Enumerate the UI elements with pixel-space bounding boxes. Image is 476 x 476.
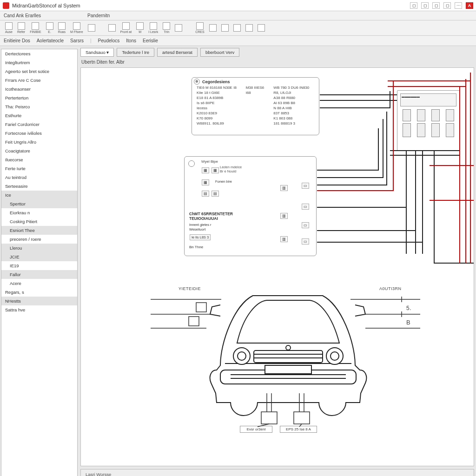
view-tab-1[interactable]: Tederture l Ire — [117, 48, 154, 57]
toolbar-button-17[interactable] — [244, 24, 254, 33]
toolbar-button-0[interactable]: Ause — [4, 22, 14, 34]
subnav: Enitieire DosAolertateocleSarsrs|Peudelo… — [0, 36, 476, 46]
toolbar-icon — [209, 24, 217, 32]
sidebar-item-5[interactable]: Perterterton — [1, 93, 77, 102]
sidebar-item-0[interactable]: Dertectorees — [1, 49, 77, 58]
svg-rect-6 — [196, 303, 206, 312]
toolbar-label: Ause — [5, 30, 13, 33]
toolbar-icon — [163, 22, 170, 30]
toolbar-label: E. — [48, 30, 51, 33]
sidebar-item-21[interactable]: preceren / roere — [1, 235, 77, 244]
sidebar-item-14[interactable]: Au teintrod — [1, 173, 77, 182]
sidebar-item-2[interactable]: Ageerto set bret sotice — [1, 67, 77, 76]
view-tabs: Sandsauo ▾Tederture l Ireartesd Berserat… — [80, 48, 474, 57]
sidebar-item-24[interactable]: IE19 — [1, 261, 77, 270]
toolbar-button-18[interactable] — [256, 24, 266, 33]
toolbar-icon — [196, 22, 204, 30]
toolbar-label: Pront at — [120, 30, 132, 33]
titlebar: MidranGarbStoncof al System ◻ ◻ ◻ ◻ ⋯ A — [0, 0, 476, 11]
svg-point-15 — [238, 352, 246, 360]
subnav-item-3[interactable]: Peudelocs — [98, 38, 120, 43]
toolbar-button-13[interactable]: CRES — [194, 22, 205, 34]
diagram-canvas[interactable]: ✲ Cegordesiens TIE6 M 816168 N30E I8KIie… — [80, 67, 474, 466]
subnav-item-0[interactable]: Enitieire Dos — [4, 38, 30, 43]
window-button-3[interactable]: ◻ — [432, 2, 440, 9]
sidebar-item-26[interactable]: Acere — [1, 279, 77, 288]
menu-item-2[interactable]: Pandernitn — [87, 13, 110, 18]
window-button-1[interactable]: ◻ — [410, 2, 417, 9]
svg-line-29 — [299, 424, 302, 427]
toolbar-button-3[interactable]: E. — [45, 22, 55, 34]
sidebar-item-15[interactable]: Serteeasire — [1, 182, 77, 191]
toolbar-button-9[interactable]: M — [135, 22, 145, 34]
toolbar-button-10[interactable]: I Lesrk — [147, 22, 159, 34]
breadcrumb: Ubertn Diten fer. Albr — [80, 58, 474, 67]
subnav-item-5[interactable]: Eerislie — [143, 38, 158, 43]
toolbar-label: Trin — [164, 30, 169, 33]
sidebar-item-3[interactable]: Frrars Are C Cose — [1, 76, 77, 85]
sidebar-item-13[interactable]: Ferte Iurte — [1, 164, 77, 173]
toolbar-button-16[interactable] — [232, 24, 242, 33]
close-icon[interactable]: A — [466, 2, 473, 9]
svg-rect-24 — [261, 412, 277, 424]
sidebar-item-9[interactable]: Fortecrose ivilioles — [1, 129, 77, 138]
window-button-2[interactable]: ◻ — [421, 2, 429, 9]
toolbar-button-15[interactable] — [220, 24, 230, 33]
sidebar-item-29[interactable]: Sattra hve — [1, 305, 77, 314]
toolbar-button-7[interactable] — [107, 24, 117, 33]
status-text: Lasri Worsse — [86, 472, 111, 476]
window-button-4[interactable]: ◻ — [443, 2, 451, 9]
sidebar-item-19[interactable]: Coskirg Pitiert — [1, 217, 77, 226]
window-button-5[interactable]: ⋯ — [455, 2, 462, 9]
toolbar-label: CRES — [195, 30, 204, 33]
toolbar-icon — [150, 22, 157, 30]
toolbar-button-12[interactable] — [173, 24, 184, 33]
toolbar-icon — [221, 24, 229, 32]
app-logo-icon — [3, 2, 9, 9]
toolbar-button-11[interactable]: Trin — [161, 22, 172, 34]
menu-item-1[interactable]: Cand Ank Erarlles — [4, 13, 41, 18]
toolbar-button-14[interactable] — [208, 24, 218, 33]
sidebar-item-18[interactable]: Eiorkrau n — [1, 208, 77, 217]
toolbar-icon — [88, 24, 95, 32]
sidebar: DertectoreesInteglturtremAgeerto set bre… — [1, 49, 78, 476]
main-area: Sandsauo ▾Tederture l Ireartesd Berserat… — [78, 46, 476, 476]
svg-point-17 — [331, 352, 339, 360]
sidebar-item-23[interactable]: JCIE — [1, 252, 77, 261]
toolbar-button-6[interactable] — [86, 24, 97, 33]
toolbar-label: Roas — [58, 30, 66, 33]
sidebar-item-7[interactable]: Esthurte — [1, 111, 77, 120]
toolbar-label: FINIBIE — [30, 30, 41, 33]
sidebar-item-28[interactable]: NHestts — [1, 297, 77, 305]
sidebar-item-8[interactable]: Fariel Cordorricer — [1, 120, 77, 129]
subnav-item-2[interactable]: Sarsrs — [70, 38, 84, 43]
toolbar-label: Refer — [17, 30, 25, 33]
toolbar-icon — [122, 22, 130, 30]
sidebar-item-1[interactable]: Integlturtrem — [1, 58, 77, 67]
sidebar-item-11[interactable]: Coacigtatore — [1, 146, 77, 155]
toolbar-button-8[interactable]: Pront at — [119, 22, 133, 34]
toolbar-button-1[interactable]: Refer — [16, 22, 26, 34]
subnav-item-4[interactable]: Itons — [126, 38, 136, 43]
sidebar-item-4[interactable]: Icotheaonser — [1, 85, 77, 93]
toolbar-button-4[interactable]: Roas — [57, 22, 67, 34]
toolbar-icon — [73, 22, 80, 30]
toolbar-icon — [46, 22, 53, 30]
toolbar-icon — [245, 24, 253, 32]
sidebar-item-27[interactable]: Regars, s — [1, 288, 77, 297]
view-tab-2[interactable]: artesd Berserat — [157, 48, 198, 57]
toolbar-icon — [5, 22, 13, 30]
toolbar-button-5[interactable]: M Ffsere — [69, 22, 85, 34]
sidebar-item-16[interactable]: Ice — [1, 191, 77, 199]
subnav-item-1[interactable]: Aolertateocle — [37, 38, 64, 43]
sidebar-item-22[interactable]: Llerou — [1, 244, 77, 252]
sidebar-item-10[interactable]: Feit Ungris Allro — [1, 138, 77, 146]
view-tab-3[interactable]: bberboort Verv — [200, 48, 239, 57]
view-tab-0[interactable]: Sandsauo ▾ — [80, 48, 114, 57]
toolbar-button-2[interactable]: FINIBIE — [28, 22, 43, 34]
sidebar-item-6[interactable]: Tha: Peisrco — [1, 102, 77, 111]
sidebar-item-17[interactable]: Sperttor — [1, 199, 77, 208]
sidebar-item-25[interactable]: Fallor — [1, 270, 77, 279]
sidebar-item-12[interactable]: Iluecorse — [1, 155, 77, 164]
sidebar-item-20[interactable]: Esniort Thee — [1, 226, 77, 235]
